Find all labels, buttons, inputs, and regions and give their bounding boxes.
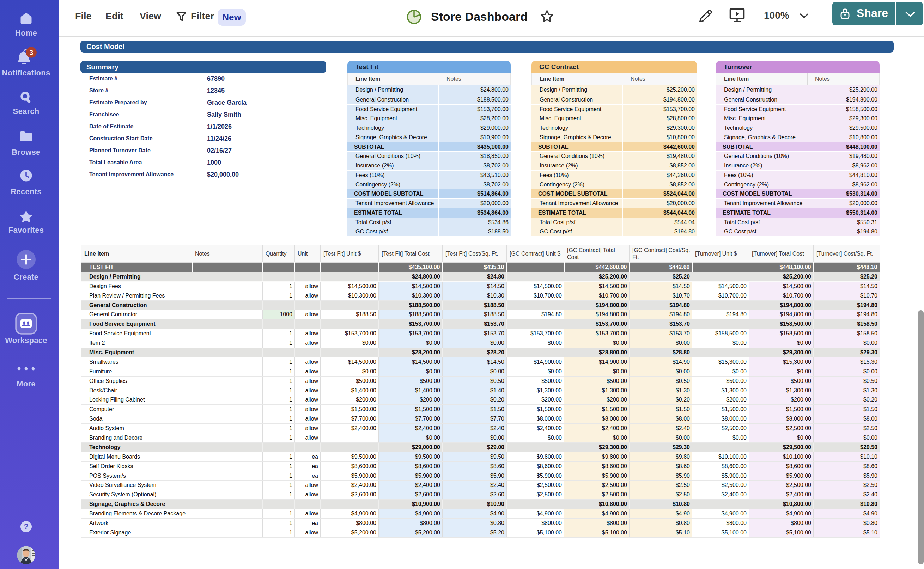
svg-text:3: 3 bbox=[29, 49, 33, 56]
svg-text:?: ? bbox=[24, 522, 28, 531]
